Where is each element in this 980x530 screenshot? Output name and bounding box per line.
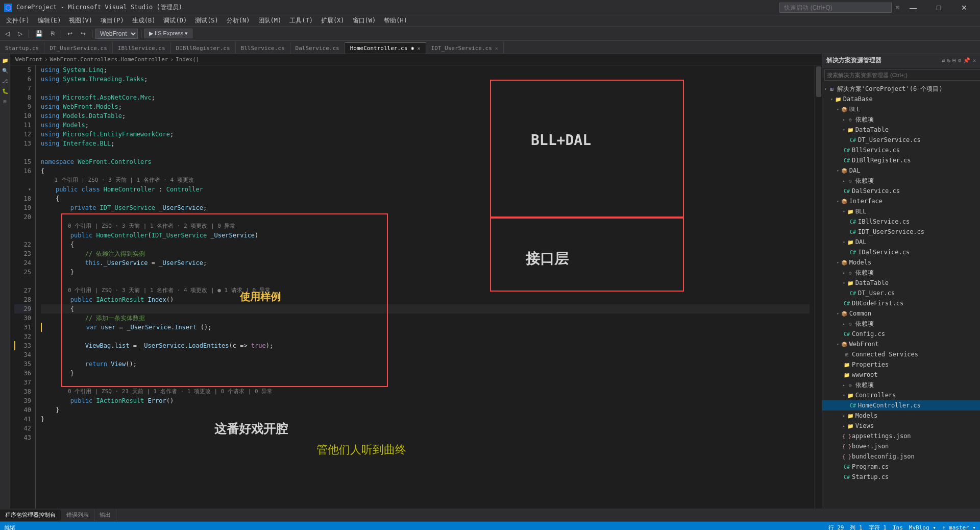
menu-item-团队m[interactable]: 团队(M)	[254, 15, 286, 26]
extensions-icon[interactable]: ⊞	[1, 97, 9, 105]
se-close-icon[interactable]: ✕	[972, 57, 976, 64]
se-bll-folder[interactable]: 📁 BLL	[822, 206, 980, 216]
back-button[interactable]: ◁	[2, 28, 13, 39]
menu-item-工具t[interactable]: 工具(T)	[285, 15, 317, 26]
tab-close-icon2[interactable]: ✕	[495, 45, 498, 51]
se-dep5[interactable]: ⊕ 依赖项	[822, 380, 980, 390]
se-dbcodefirst[interactable]: C# DBCodeFirst.cs	[822, 298, 980, 308]
se-webfront-proj[interactable]: 📦 WebFront	[822, 339, 980, 349]
tab-error-list[interactable]: 错误列表	[61, 510, 94, 521]
se-appsettings[interactable]: { } appsettings.json	[822, 431, 980, 441]
se-collapse-icon[interactable]: ⊟	[952, 57, 956, 64]
menu-item-测试s[interactable]: 测试(S)	[191, 15, 223, 26]
tab-close-icon[interactable]: ✕	[418, 45, 421, 51]
se-dalservice[interactable]: C# DalService.cs	[822, 186, 980, 196]
se-models-proj[interactable]: 📦 Models	[822, 257, 980, 268]
code-content[interactable]: using System.Linq; using System.Threadin…	[36, 65, 815, 509]
se-idalservice[interactable]: C# IDalService.cs	[822, 247, 980, 257]
tab-dt-userservice[interactable]: DT_UserService.cs	[44, 42, 113, 54]
search-icon[interactable]: 🔍	[1, 66, 9, 75]
tab-dalservice[interactable]: DalService.cs	[290, 42, 345, 54]
se-dal-proj[interactable]: 📦 DAL	[822, 165, 980, 176]
menu-item-帮助h[interactable]: 帮助(H)	[380, 15, 411, 26]
debug-icon[interactable]: 🐛	[1, 87, 9, 95]
se-startup[interactable]: C# Startup.cs	[822, 472, 980, 482]
cs-icon: C#	[849, 289, 857, 297]
solution-explorer-search[interactable]	[824, 69, 980, 81]
se-datatable2-folder[interactable]: 📁 DataTable	[822, 278, 980, 288]
tab-output[interactable]: 输出	[94, 510, 116, 521]
se-settings-icon[interactable]: ⚙	[958, 57, 962, 64]
se-sync-icon[interactable]: ⇄	[942, 57, 945, 64]
se-dt-user[interactable]: C# DT_User.cs	[822, 288, 980, 298]
tab-label: DT_UserService.cs	[50, 45, 107, 52]
menu-item-视图v[interactable]: 视图(V)	[65, 15, 96, 26]
se-dt-userservice[interactable]: C# DT_UserService.cs	[822, 135, 980, 145]
save-button[interactable]: 💾	[32, 28, 46, 39]
close-button[interactable]: ✕	[952, 0, 976, 15]
se-program[interactable]: C# Program.cs	[822, 462, 980, 472]
se-ibllservice[interactable]: C# IBllService.cs	[822, 216, 980, 227]
tab-startup[interactable]: Startup.cs	[0, 42, 44, 54]
iis-express-button[interactable]: ▶ IIS Express ▾	[144, 29, 192, 38]
se-wwwroot[interactable]: 📁 wwwroot	[822, 370, 980, 380]
se-item-label: Program.cs	[852, 463, 889, 470]
se-models-folder[interactable]: 📁 Models	[822, 411, 980, 421]
se-controllers-folder[interactable]: 📁 Controllers	[822, 390, 980, 400]
se-refresh-icon[interactable]: ↻	[947, 57, 951, 64]
menu-item-生成b[interactable]: 生成(B)	[128, 15, 160, 26]
menu-item-调试d[interactable]: 调试(D)	[159, 15, 191, 26]
tab-package-manager[interactable]: 程序包管理器控制台	[0, 510, 61, 521]
scrollbar-thumb[interactable]	[816, 66, 821, 97]
code-editor[interactable]: 5 6 7 8 9 10 11 12 13 15 16 ▾ 18 19 20 2	[10, 65, 822, 509]
project-selector[interactable]: WebFront	[95, 29, 138, 39]
vertical-scrollbar[interactable]	[815, 65, 822, 509]
se-common-proj[interactable]: 📦 Common	[822, 308, 980, 319]
se-interface-proj[interactable]: 📦 Interface	[822, 196, 980, 206]
se-datatable-folder[interactable]: 📁 DataTable	[822, 125, 980, 135]
menu-item-分析n[interactable]: 分析(N)	[223, 15, 254, 26]
se-dibllregister[interactable]: C# DIBllRegister.cs	[822, 155, 980, 165]
se-dep1[interactable]: ⊕ 依赖项	[822, 114, 980, 125]
se-bundleconfig[interactable]: { } bundleconfig.json	[822, 451, 980, 462]
se-connected-services[interactable]: ⊞ Connected Services	[822, 349, 980, 359]
menu-item-文件f[interactable]: 文件(F)	[2, 15, 34, 26]
se-database-folder[interactable]: 📁 DataBase	[822, 94, 980, 104]
se-properties[interactable]: 📁 Properties	[822, 359, 980, 370]
save-all-button[interactable]: ⎘	[48, 28, 58, 39]
redo-button[interactable]: ↪	[78, 28, 89, 39]
tab-homecontroller[interactable]: HomeController.cs ✱ ✕	[345, 42, 426, 54]
se-views-folder[interactable]: 📁 Views	[822, 421, 980, 431]
tab-dibllregister[interactable]: DIBllRegister.cs	[171, 42, 236, 54]
quick-launch-input[interactable]	[779, 3, 892, 13]
se-dep3[interactable]: ⊕ 依赖项	[822, 268, 980, 278]
maximize-button[interactable]: □	[927, 0, 950, 15]
se-bower[interactable]: { } bower.json	[822, 441, 980, 451]
se-solution[interactable]: ⊞ 解决方案'CoreProject'(6 个项目)	[822, 84, 980, 94]
se-dal-folder[interactable]: 📁 DAL	[822, 237, 980, 247]
se-bll-proj[interactable]: 📦 BLL	[822, 104, 980, 114]
toolbar-separator3	[92, 30, 92, 38]
menu-item-编辑e[interactable]: 编辑(E)	[34, 15, 65, 26]
status-branch[interactable]: ↑ master ▾	[942, 524, 976, 531]
undo-button[interactable]: ↩	[64, 28, 76, 39]
minimize-button[interactable]: —	[901, 0, 925, 15]
status-myblog[interactable]: MyBlog ▾	[909, 524, 936, 531]
explorer-icon[interactable]: 📁	[1, 56, 9, 64]
tab-ibllservice[interactable]: IBllService.cs	[113, 42, 171, 54]
tab-bllservice[interactable]: BllService.cs	[236, 42, 290, 54]
menu-item-窗口w[interactable]: 窗口(W)	[349, 15, 380, 26]
forward-button[interactable]: ▷	[15, 28, 26, 39]
se-dep2[interactable]: ⊕ 依赖项	[822, 176, 980, 186]
se-dep4[interactable]: ⊕ 依赖项	[822, 319, 980, 329]
se-chevron	[843, 414, 845, 418]
menu-item-项目p[interactable]: 项目(P)	[96, 15, 128, 26]
se-idt-userservice[interactable]: C# IDT_UserService.cs	[822, 227, 980, 237]
menu-item-扩展x[interactable]: 扩展(X)	[317, 15, 349, 26]
se-config[interactable]: C# Config.cs	[822, 329, 980, 339]
tab-idt-userservice[interactable]: IDT_UserService.cs ✕	[426, 42, 504, 54]
se-homecontroller[interactable]: C# HomeController.cs	[822, 400, 980, 411]
se-pin-icon[interactable]: 📌	[963, 57, 970, 64]
git-icon[interactable]: ⎇	[1, 77, 9, 85]
se-bllservice[interactable]: C# BllService.cs	[822, 145, 980, 155]
